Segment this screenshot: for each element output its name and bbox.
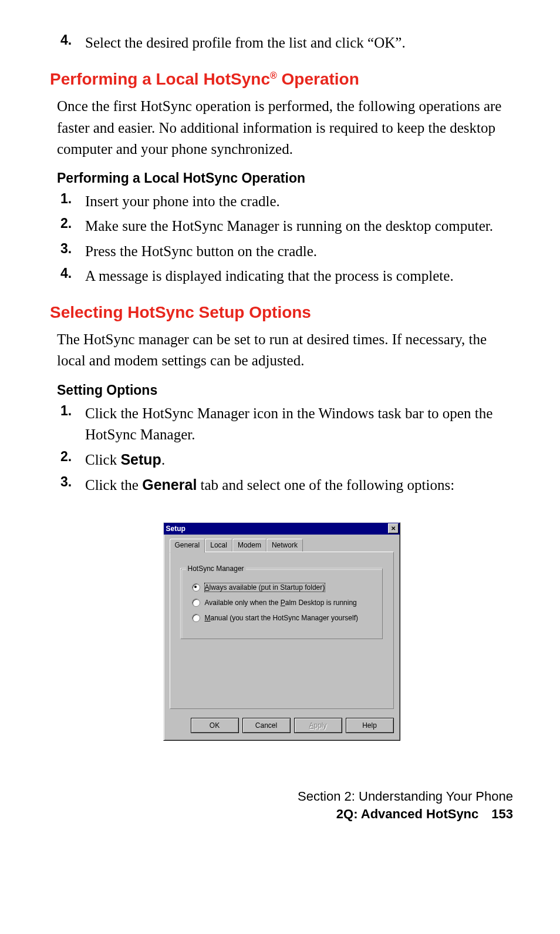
list-text: Select the desired profile from the list… — [85, 32, 513, 53]
tab-strip: General Local Modem Network — [170, 539, 394, 552]
cancel-button[interactable]: Cancel — [242, 718, 291, 733]
list-item: 1.Insert your phone into the cradle. — [57, 191, 513, 212]
tab-general[interactable]: General — [170, 539, 205, 553]
title-bar: Setup ✕ — [164, 523, 400, 535]
footer-page: 2Q: Advanced HotSync 153 — [50, 805, 513, 824]
list-number: 1. — [57, 191, 85, 212]
bold-term: General — [142, 476, 197, 493]
list-number: 4. — [57, 266, 85, 287]
radio-button[interactable] — [192, 599, 200, 607]
list-number: 3. — [57, 474, 85, 496]
subheading-setting-options: Setting Options — [57, 382, 513, 398]
list-number: 4. — [57, 32, 85, 53]
list-text: Click the HotSync Manager icon in the Wi… — [85, 403, 513, 446]
list-item: 2.Make sure the HotSync Manager is runni… — [57, 216, 513, 237]
setup-dialog: Setup ✕ General Local Modem Network HotS… — [163, 522, 400, 741]
list-item: 1.Click the HotSync Manager icon in the … — [57, 403, 513, 446]
list-text: A message is displayed indicating that t… — [85, 266, 513, 287]
ok-button[interactable]: OK — [191, 718, 239, 733]
list-text: Click the General tab and select one of … — [85, 474, 513, 496]
list-item: 3.Press the HotSync button on the cradle… — [57, 241, 513, 262]
list-text: Press the HotSync button on the cradle. — [85, 241, 513, 262]
list-item: 3.Click the General tab and select one o… — [57, 474, 513, 496]
registered-mark: ® — [270, 70, 277, 80]
list-text: Click Setup. — [85, 449, 513, 471]
section-heading-local-hotsync: Performing a Local HotSync® Operation — [50, 70, 513, 89]
list-item: 4. Select the desired profile from the l… — [57, 32, 513, 53]
section-heading-setup-options: Selecting HotSync Setup Options — [50, 303, 513, 322]
tab-network[interactable]: Network — [266, 539, 303, 552]
footer-section: Section 2: Understanding Your Phone — [50, 788, 513, 806]
tab-local[interactable]: Local — [205, 539, 232, 552]
paragraph: The HotSync manager can be set to run at… — [57, 329, 513, 372]
dialog-buttons: OK Cancel Apply Help — [164, 715, 400, 740]
heading-text: Operation — [277, 70, 359, 88]
list-item: 4.A message is displayed indicating that… — [57, 266, 513, 287]
hotsync-manager-group: HotSync Manager Always available (put in… — [181, 569, 383, 639]
paragraph: Once the first HotSync operation is perf… — [57, 96, 513, 160]
apply-button[interactable]: Apply — [294, 718, 342, 733]
radio-label: Manual (you start the HotSync Manager yo… — [205, 614, 358, 622]
list-item: 2.Click Setup. — [57, 449, 513, 471]
page-footer: Section 2: Understanding Your Phone 2Q: … — [50, 788, 513, 824]
close-button[interactable]: ✕ — [388, 523, 399, 533]
list-text: Insert your phone into the cradle. — [85, 191, 513, 212]
radio-option[interactable]: Manual (you start the HotSync Manager yo… — [192, 614, 375, 622]
radio-button[interactable] — [192, 614, 200, 622]
dialog-title: Setup — [166, 525, 185, 533]
radio-option[interactable]: Always available (put in Startup folder) — [192, 583, 375, 592]
list-number: 2. — [57, 449, 85, 471]
list-number: 1. — [57, 403, 85, 446]
list-number: 2. — [57, 216, 85, 237]
list-number: 3. — [57, 241, 85, 262]
radio-button[interactable] — [192, 583, 200, 592]
bold-term: Setup — [120, 451, 161, 468]
group-label: HotSync Manager — [186, 565, 246, 573]
help-button[interactable]: Help — [346, 718, 394, 733]
subheading-local-hotsync: Performing a Local HotSync Operation — [57, 170, 513, 186]
radio-label: Always available (put in Startup folder) — [205, 583, 325, 592]
tab-modem[interactable]: Modem — [232, 539, 266, 552]
heading-text: Performing a Local HotSync — [50, 70, 270, 88]
radio-label: Available only when the Palm Desktop is … — [205, 599, 357, 607]
tab-panel: HotSync Manager Always available (put in… — [170, 552, 394, 709]
list-text: Make sure the HotSync Manager is running… — [85, 216, 513, 237]
radio-option[interactable]: Available only when the Palm Desktop is … — [192, 599, 375, 607]
